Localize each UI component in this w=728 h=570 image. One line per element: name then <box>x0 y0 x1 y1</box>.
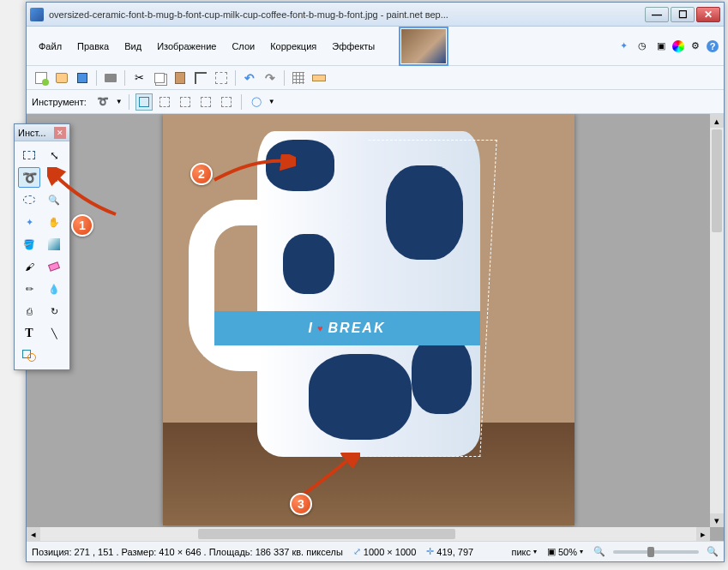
current-tool-icon[interactable]: ➰ <box>93 93 112 111</box>
window-mode-icon[interactable]: ▣ <box>547 546 556 557</box>
selection-replace-icon[interactable] <box>135 93 153 111</box>
grid-button[interactable] <box>289 69 308 87</box>
copy-button[interactable] <box>150 69 169 87</box>
app-window: oversized-ceramic-font-b-mug-b-font-cup-… <box>26 2 725 562</box>
zoom-out-icon[interactable]: 🔍 <box>593 546 605 557</box>
area-label: Площадь: <box>209 547 253 557</box>
selection-intersect-icon[interactable] <box>197 93 214 111</box>
magic-wand-icon[interactable]: ✦ <box>616 39 631 54</box>
redo-button[interactable]: ↷ <box>261 69 280 87</box>
tool-ellipse-select[interactable] <box>18 189 40 210</box>
ruler-button[interactable] <box>310 69 328 87</box>
zoom-slider-handle[interactable] <box>647 547 654 557</box>
menu-file[interactable]: Файл <box>32 38 69 55</box>
tools-window-title[interactable]: Инст... ✕ <box>15 124 69 141</box>
menu-image[interactable]: Изображение <box>150 38 223 55</box>
vertical-scrollbar[interactable]: ▴ ▾ <box>710 114 724 527</box>
scroll-left-icon[interactable]: ◂ <box>27 527 40 541</box>
tool-color-picker[interactable]: 💧 <box>43 279 65 299</box>
size-label: Размер: <box>121 547 156 557</box>
annotation-arrow-1 <box>47 167 124 219</box>
horizontal-scroll-thumb[interactable] <box>198 529 455 539</box>
tool-eraser[interactable] <box>43 256 65 277</box>
crop-button[interactable] <box>191 69 210 87</box>
zoom-dropdown-icon[interactable]: ▾ <box>580 548 583 555</box>
statusbar: Позиция: 271 , 151. Размер: 410 × 646. П… <box>27 541 724 561</box>
tool-rectangle-select[interactable] <box>18 145 40 165</box>
tool-paint-bucket[interactable]: 🪣 <box>18 234 40 255</box>
settings-icon[interactable]: ⚙ <box>688 39 703 54</box>
main-toolbar: ✂ ↶ ↷ <box>27 66 724 90</box>
tool-move-selection[interactable]: ⤡ <box>43 145 65 165</box>
tool-dropdown-icon[interactable]: ▼ <box>116 98 123 105</box>
canvas-size-value: 1000 × 1000 <box>364 547 416 557</box>
save-button[interactable] <box>73 69 92 87</box>
zoom-slider[interactable] <box>613 550 699 554</box>
tool-pencil[interactable]: ✏ <box>18 279 40 299</box>
selection-invert-icon[interactable] <box>218 93 235 111</box>
tool-lasso-select[interactable]: ➰ <box>18 167 40 188</box>
area-value: 186 337 кв. пикселы <box>256 547 343 557</box>
annotation-badge-2: 2 <box>190 163 213 185</box>
tool-recolor[interactable]: ↻ <box>43 301 65 321</box>
tool-magic-wand[interactable]: ✦ <box>18 212 40 232</box>
layers-panel-icon[interactable]: ▣ <box>653 39 669 54</box>
menubar: Файл Правка Вид Изображение Слои Коррекц… <box>27 27 724 66</box>
new-button[interactable] <box>32 69 51 87</box>
scroll-up-icon[interactable]: ▴ <box>710 114 724 128</box>
canvas-viewport[interactable]: I♥BREAK <box>27 114 710 527</box>
app-icon <box>30 8 44 21</box>
tool-shapes[interactable] <box>18 345 40 366</box>
tool-options-bar: Инструмент: ➰ ▼ ◯ ▼ <box>27 90 724 114</box>
position-label: Позиция: <box>32 547 72 557</box>
tool-line[interactable]: ╲ <box>43 323 65 344</box>
lasso-selection-outline <box>352 140 496 457</box>
cut-button[interactable]: ✂ <box>129 69 148 87</box>
selection-subtract-icon[interactable] <box>177 93 194 111</box>
zoom-in-icon[interactable]: 🔍 <box>707 546 719 557</box>
open-button[interactable] <box>52 69 71 87</box>
tool-clone-stamp[interactable]: ⎙ <box>18 301 40 321</box>
tool-label: Инструмент: <box>32 97 87 107</box>
window-title: oversized-ceramic-font-b-mug-b-font-cup-… <box>49 9 645 20</box>
tools-close-icon[interactable]: ✕ <box>54 127 66 139</box>
selection-add-icon[interactable] <box>156 93 173 111</box>
tool-paintbrush[interactable]: 🖌 <box>18 256 40 277</box>
zoom-value: 50% <box>558 547 577 557</box>
menu-layers[interactable]: Слои <box>225 38 262 55</box>
scroll-down-icon[interactable]: ▾ <box>710 513 724 527</box>
close-button[interactable]: ✕ <box>696 7 720 22</box>
units-value[interactable]: пикс <box>511 547 531 557</box>
colors-panel-icon[interactable] <box>672 40 684 52</box>
flood-mode-icon[interactable]: ◯ <box>248 93 265 111</box>
vertical-scroll-thumb[interactable] <box>712 129 722 232</box>
print-button[interactable] <box>101 69 120 87</box>
horizontal-scrollbar[interactable]: ◂ ▸ <box>27 527 710 541</box>
tools-window[interactable]: Инст... ✕ ⤡ ➰ ↖ 🔍 ✦ ✋ 🪣 🖌 ✏ 💧 ⎙ ↻ T ╲ <box>14 123 70 370</box>
undo-button[interactable]: ↶ <box>240 69 259 87</box>
cursor-pos-icon: ✛ <box>426 546 434 557</box>
canvas-area: I♥BREAK ▴ ▾ ◂ ▸ <box>27 114 724 541</box>
scroll-right-icon[interactable]: ▸ <box>696 527 710 541</box>
deselect-button[interactable] <box>212 69 231 87</box>
size-value: 410 × 646 <box>159 547 201 557</box>
titlebar: oversized-ceramic-font-b-mug-b-font-cup-… <box>27 3 724 27</box>
annotation-badge-3: 3 <box>290 493 312 515</box>
flood-dropdown-icon[interactable]: ▼ <box>268 98 275 105</box>
help-icon[interactable]: ? <box>707 40 719 52</box>
tool-text[interactable]: T <box>18 323 40 344</box>
units-dropdown-icon[interactable]: ▾ <box>533 548 537 555</box>
menu-edit[interactable]: Правка <box>70 38 116 55</box>
minimize-button[interactable]: — <box>645 7 669 22</box>
annotation-badge-1: 1 <box>71 214 93 237</box>
cursor-pos-value: 419, 797 <box>436 547 473 557</box>
menu-view[interactable]: Вид <box>117 38 148 55</box>
menu-effects[interactable]: Эффекты <box>325 38 382 55</box>
maximize-button[interactable]: ☐ <box>671 7 695 22</box>
history-icon[interactable]: ◷ <box>635 39 650 54</box>
image-thumbnail[interactable] <box>399 27 448 66</box>
paste-button[interactable] <box>171 69 190 87</box>
tool-gradient[interactable] <box>43 234 65 255</box>
menu-adjustments[interactable]: Коррекция <box>263 38 323 55</box>
resize-grip-icon[interactable]: ⤢ <box>353 546 361 557</box>
